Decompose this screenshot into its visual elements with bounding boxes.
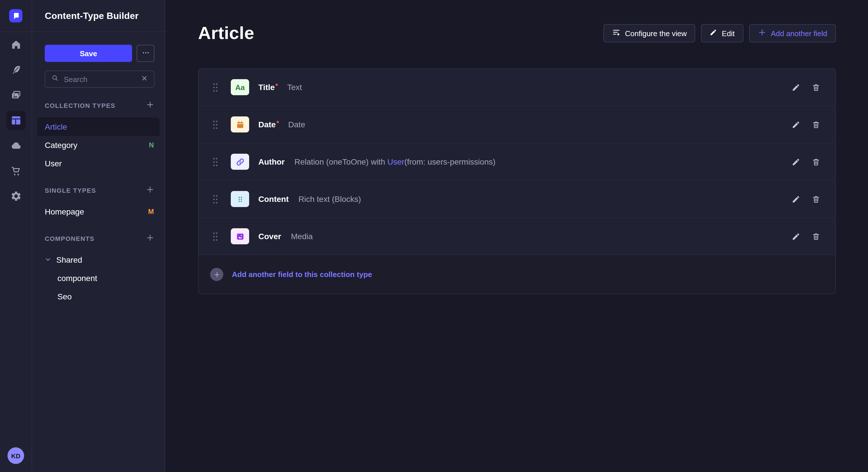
sidebar-item-content-type-builder[interactable]	[0, 108, 32, 133]
delete-field-button[interactable]	[812, 195, 820, 203]
text-field-icon: Aa	[231, 79, 249, 95]
fields-table: Aa Title* Text	[198, 68, 836, 294]
required-asterisk: *	[275, 82, 278, 90]
delete-field-button[interactable]	[812, 83, 820, 92]
edit-field-button[interactable]	[792, 120, 800, 129]
avatar[interactable]: KD	[7, 447, 24, 464]
sidebar-item-seo[interactable]: Seo	[37, 287, 160, 306]
edit-field-button[interactable]	[792, 232, 800, 241]
plugin-sidebar: Content-Type Builder Save	[32, 0, 165, 472]
page-title: Article	[198, 23, 254, 43]
field-type: Media	[291, 232, 313, 241]
save-button[interactable]: Save	[45, 45, 132, 62]
delete-field-button[interactable]	[812, 158, 820, 166]
drag-handle-icon[interactable]	[212, 231, 218, 241]
field-row-date: Date* Date	[198, 106, 835, 143]
field-row-cover: Cover Media	[198, 218, 835, 255]
plugin-title: Content-Type Builder	[45, 11, 138, 21]
sidebar-item-homepage[interactable]: Homepage M	[37, 202, 160, 221]
delete-field-button[interactable]	[812, 232, 820, 241]
sidebar-item-home[interactable]	[0, 32, 32, 57]
status-badge-modified: M	[148, 208, 154, 216]
plus-icon	[146, 233, 154, 244]
add-field-row-button[interactable]: Add another field to this collection typ…	[198, 255, 835, 294]
edit-button[interactable]: Edit	[701, 24, 743, 42]
edit-field-button[interactable]	[792, 195, 800, 203]
field-row-content: Content Rich text (Blocks)	[198, 181, 835, 218]
sidebar-item-marketplace[interactable]	[0, 158, 32, 183]
single-types-section: SINGLE TYPES	[45, 185, 154, 196]
sidebar-item-media-library[interactable]	[0, 82, 32, 108]
field-name: Author	[258, 157, 285, 166]
field-name: Content	[258, 194, 289, 204]
sidebar-item-deploy[interactable]	[0, 133, 32, 158]
required-asterisk: *	[276, 119, 279, 127]
field-name: Cover	[258, 232, 281, 241]
plugin-sidebar-header: Content-Type Builder	[32, 0, 165, 32]
section-label: COLLECTION TYPES	[45, 102, 115, 109]
home-icon	[10, 39, 22, 50]
media-library-icon	[10, 90, 22, 101]
sidebar-item-settings[interactable]	[0, 183, 32, 209]
cloud-icon	[10, 140, 22, 151]
sidebar-item-user[interactable]: User	[37, 154, 160, 173]
feather-icon	[10, 64, 22, 76]
plus-icon	[146, 100, 154, 111]
content-type-builder-app: KD Content-Type Builder Save	[0, 0, 868, 472]
add-another-field-button[interactable]: Add another field	[749, 24, 836, 42]
chevron-down-icon	[45, 255, 51, 264]
nav-header	[0, 0, 32, 32]
blocks-field-icon	[231, 191, 249, 207]
strapi-logo	[9, 9, 22, 22]
field-name: Title	[258, 82, 275, 92]
plus-circle-icon	[210, 268, 223, 281]
section-label: COMPONENTS	[45, 235, 94, 242]
add-single-type-button[interactable]	[146, 185, 154, 196]
content-type-builder-icon	[10, 115, 22, 126]
field-type: Text	[287, 82, 302, 92]
field-row-title: Aa Title* Text	[198, 69, 835, 106]
component-group-shared[interactable]: Shared	[37, 250, 160, 269]
date-field-icon	[231, 116, 249, 133]
edit-field-button[interactable]	[792, 83, 800, 92]
add-component-button[interactable]	[146, 233, 154, 244]
field-name: Date	[258, 120, 276, 129]
field-type: Date	[288, 120, 305, 129]
close-icon	[141, 74, 148, 84]
search-input[interactable]	[64, 75, 136, 83]
pencil-icon	[710, 29, 717, 38]
relation-target: User	[388, 157, 404, 166]
add-collection-type-button[interactable]	[146, 100, 154, 111]
plus-icon	[757, 28, 766, 38]
field-type: Relation (oneToOne) with User(from: user…	[294, 157, 495, 166]
plus-icon	[146, 185, 154, 196]
relation-field-icon	[231, 154, 249, 170]
sidebar-item-article[interactable]: Article	[37, 117, 160, 136]
edit-field-button[interactable]	[792, 158, 800, 166]
configure-list-icon	[612, 28, 620, 38]
section-label: SINGLE TYPES	[45, 187, 96, 194]
drag-handle-icon[interactable]	[212, 120, 218, 129]
active-nav-highlight	[6, 111, 26, 130]
field-type: Rich text (Blocks)	[299, 194, 361, 204]
sidebar-item-component[interactable]: component	[37, 269, 160, 287]
delete-field-button[interactable]	[812, 120, 820, 129]
drag-handle-icon[interactable]	[212, 157, 218, 167]
collection-types-section: COLLECTION TYPES	[45, 100, 154, 111]
main-nav: KD	[0, 0, 32, 472]
gear-icon	[10, 191, 22, 202]
add-field-row-label: Add another field to this collection typ…	[232, 270, 372, 279]
ellipsis-icon	[142, 48, 150, 58]
search-icon	[51, 74, 59, 84]
more-options-button[interactable]	[136, 45, 154, 62]
configure-view-button[interactable]: Configure the view	[603, 24, 695, 42]
search-box	[45, 71, 154, 88]
drag-handle-icon[interactable]	[212, 82, 218, 92]
field-row-author: Author Relation (oneToOne) with User(fro…	[198, 143, 835, 181]
clear-search-button[interactable]	[141, 74, 148, 84]
sidebar-item-category[interactable]: Category N	[37, 136, 160, 154]
media-field-icon	[231, 228, 249, 244]
drag-handle-icon[interactable]	[212, 194, 218, 204]
status-badge-new: N	[149, 141, 154, 149]
sidebar-item-content-manager[interactable]	[0, 57, 32, 82]
